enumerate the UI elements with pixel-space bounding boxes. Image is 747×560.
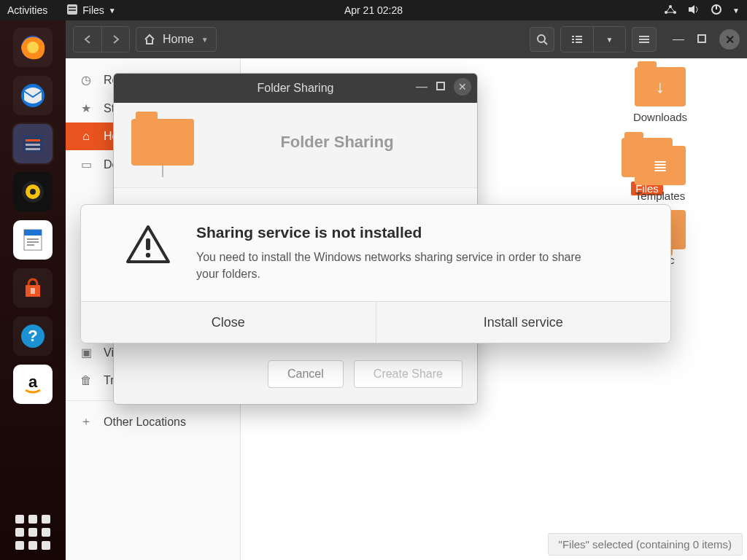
app-menu-label: Files: [82, 4, 104, 16]
svg-rect-34: [572, 42, 574, 43]
activities-label: Activities: [7, 4, 47, 16]
svg-rect-20: [24, 230, 42, 236]
svg-rect-19: [24, 230, 42, 250]
clock-label: Apr 21 02:28: [344, 4, 403, 16]
path-label: Home: [163, 33, 194, 46]
alert-title: Sharing service is not installed: [196, 224, 605, 241]
dock-amazon[interactable]: a: [13, 365, 53, 404]
svg-rect-31: [576, 36, 582, 37]
svg-rect-33: [576, 39, 582, 40]
files-icon: [66, 4, 78, 18]
view-switcher: ▼: [560, 26, 626, 52]
maximize-icon: [697, 34, 706, 43]
svg-rect-38: [639, 42, 649, 43]
svg-rect-8: [716, 4, 717, 9]
search-icon: [536, 34, 548, 45]
create-share-button[interactable]: Create Share: [354, 360, 462, 388]
templates-icon: ≣: [635, 146, 686, 185]
close-icon: ✕: [725, 33, 735, 47]
clock-icon: ◷: [79, 73, 93, 87]
close-button[interactable]: ✕: [719, 29, 740, 50]
chevron-down-icon: ▼: [109, 7, 116, 15]
dock-files[interactable]: [13, 124, 53, 163]
svg-rect-39: [698, 35, 705, 42]
svg-rect-24: [31, 288, 35, 294]
dock-writer[interactable]: [13, 220, 53, 260]
hamburger-menu-button[interactable]: [632, 27, 657, 52]
maximize-button[interactable]: [436, 80, 445, 93]
back-button[interactable]: [74, 27, 101, 52]
close-button[interactable]: ✕: [454, 78, 471, 96]
dock-firefox[interactable]: [13, 28, 53, 67]
minimize-button[interactable]: —: [673, 33, 684, 46]
hamburger-icon: [638, 34, 650, 44]
folder-downloads[interactable]: ↓ Downloads: [627, 67, 693, 123]
maximize-button[interactable]: [697, 33, 706, 46]
maximize-icon: [436, 82, 445, 90]
cancel-button[interactable]: Cancel: [268, 360, 344, 388]
nav-buttons: [73, 26, 130, 52]
svg-rect-41: [146, 238, 150, 250]
desktop-icon: ▭: [79, 158, 93, 171]
svg-rect-12: [23, 135, 43, 152]
path-bar[interactable]: Home ▼: [136, 27, 217, 52]
alert-message: You need to install the Windows networks…: [196, 249, 605, 282]
network-folder-icon: [131, 119, 194, 166]
svg-rect-40: [437, 82, 444, 90]
home-icon: [144, 34, 155, 45]
dock-rhythmbox[interactable]: [13, 172, 53, 211]
top-panel: Activities Files ▼ Apr 21 02:28 ▼: [0, 0, 747, 20]
star-icon: ★: [79, 101, 93, 115]
view-dropdown-button[interactable]: ▼: [593, 27, 625, 52]
dock-software[interactable]: [13, 268, 53, 308]
svg-point-28: [538, 35, 545, 42]
svg-point-17: [26, 184, 40, 199]
show-applications[interactable]: [15, 515, 50, 550]
minimize-button[interactable]: —: [416, 80, 427, 93]
svg-rect-2: [69, 9, 76, 11]
search-button[interactable]: [530, 27, 554, 52]
folder-label: Templates: [635, 190, 685, 202]
network-icon[interactable]: [664, 4, 677, 17]
folder-sharing-titlebar[interactable]: Folder Sharing — ✕: [114, 74, 477, 103]
svg-text:a: a: [28, 373, 38, 391]
dock-help[interactable]: ?: [13, 316, 53, 356]
system-menu-chevron-icon[interactable]: ▼: [732, 7, 740, 15]
dock-thunderbird[interactable]: [13, 76, 53, 115]
plus-icon: ＋: [79, 414, 93, 429]
svg-rect-22: [27, 241, 39, 243]
activities[interactable]: Activities: [7, 4, 47, 16]
alert-install-button[interactable]: Install service: [376, 302, 671, 343]
close-icon: ✕: [458, 81, 467, 93]
svg-text:?: ?: [28, 327, 37, 345]
warning-icon: [125, 224, 171, 265]
install-service-dialog: Sharing service is not installed You nee…: [80, 204, 671, 343]
svg-point-9: [21, 36, 44, 59]
svg-point-16: [22, 181, 44, 203]
chevron-left-icon: [82, 34, 93, 44]
folder-templates[interactable]: ≣ Templates: [627, 146, 693, 202]
power-icon[interactable]: [711, 4, 722, 18]
dock: ? a: [0, 20, 66, 560]
folder-sharing-heading: Folder Sharing: [214, 133, 460, 152]
svg-rect-35: [576, 42, 582, 43]
svg-rect-30: [572, 36, 574, 37]
trash-icon: 🗑: [79, 374, 93, 387]
sidebar-item-other-locations[interactable]: ＋ Other Locations: [66, 407, 240, 437]
chevron-down-icon: ▼: [606, 36, 614, 44]
volume-icon[interactable]: [687, 4, 700, 17]
forward-button[interactable]: [101, 27, 129, 52]
download-icon: ↓: [635, 67, 686, 106]
clock[interactable]: Apr 21 02:28: [344, 4, 403, 16]
svg-rect-15: [26, 148, 40, 150]
svg-rect-14: [26, 144, 40, 146]
app-menu[interactable]: Files ▼: [66, 4, 115, 18]
alert-close-button[interactable]: Close: [81, 302, 376, 343]
svg-rect-36: [639, 36, 649, 37]
svg-rect-21: [27, 238, 39, 240]
svg-point-18: [30, 189, 36, 195]
home-icon: ⌂: [79, 130, 93, 143]
view-list-button[interactable]: [561, 27, 593, 52]
svg-point-10: [27, 42, 39, 53]
sidebar-item-label: Other Locations: [104, 416, 186, 429]
